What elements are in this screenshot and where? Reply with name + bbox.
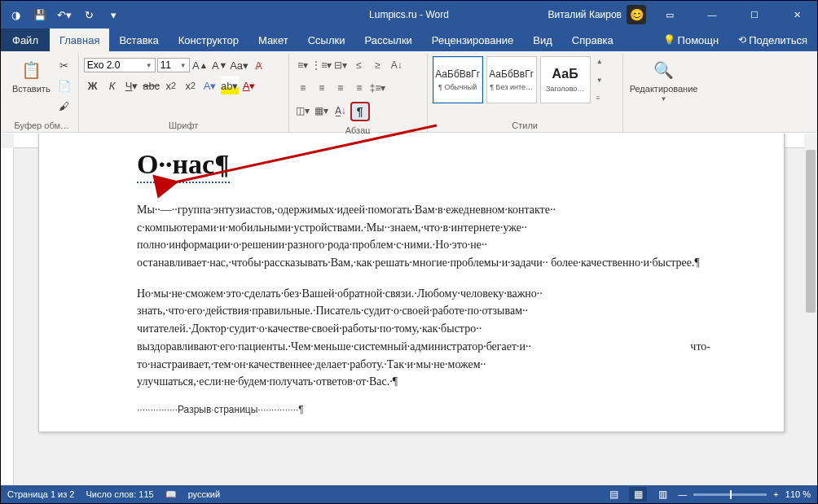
style-preview: АаБ bbox=[552, 67, 578, 81]
borders-icon[interactable]: ▦▾ bbox=[313, 102, 331, 120]
zoom-slider[interactable] bbox=[693, 493, 767, 496]
font-color-icon[interactable]: A▾ bbox=[240, 77, 258, 94]
justify-icon[interactable]: ≡ bbox=[350, 79, 368, 97]
view-read-icon[interactable]: ▤ bbox=[605, 487, 622, 502]
font-name-select[interactable]: Exo 2.0▼ bbox=[84, 58, 156, 72]
sort2-icon[interactable]: A̲↓ bbox=[332, 102, 350, 120]
maximize-icon[interactable]: ☐ bbox=[736, 1, 773, 28]
status-lang[interactable]: русский bbox=[188, 489, 220, 499]
save-icon[interactable]: 💾 bbox=[29, 3, 51, 26]
tab-view[interactable]: Вид bbox=[523, 28, 562, 51]
zoom-value[interactable]: 110 % bbox=[785, 489, 811, 499]
text-effects-icon[interactable]: A▾ bbox=[201, 77, 219, 94]
ribbon-options-icon[interactable]: ▭ bbox=[651, 1, 688, 28]
styles-up-icon[interactable]: ▲ bbox=[594, 58, 605, 65]
highlight-icon[interactable]: ab▾ bbox=[221, 77, 239, 94]
zoom-out-icon[interactable]: — bbox=[678, 489, 687, 499]
page[interactable]: О··нас¶ Мы··—··группа·энтузиастов,·одерж… bbox=[38, 134, 785, 432]
styles-down-icon[interactable]: ▼ bbox=[594, 77, 605, 84]
copy-icon[interactable]: 📄 bbox=[55, 77, 73, 94]
status-words[interactable]: Число слов: 115 bbox=[86, 489, 153, 499]
multilevel-icon[interactable]: ⊟▾ bbox=[332, 56, 350, 74]
window-title: Lumpics.ru - Word bbox=[369, 9, 449, 20]
tab-layout[interactable]: Макет bbox=[248, 28, 298, 51]
style-normal[interactable]: АаБбВвГг ¶ Обычный bbox=[433, 56, 483, 103]
bullets-icon[interactable]: ≡▾ bbox=[294, 56, 312, 74]
change-case-icon[interactable]: Aa▾ bbox=[231, 56, 248, 74]
view-web-icon[interactable]: ▥ bbox=[653, 487, 671, 502]
format-painter-icon[interactable]: 🖌 bbox=[55, 97, 73, 115]
tab-home[interactable]: Главная bbox=[50, 28, 109, 51]
scroll-thumb[interactable] bbox=[806, 150, 816, 313]
doc-heading[interactable]: О··нас¶ bbox=[137, 149, 230, 183]
numbering-icon[interactable]: ⋮≡▾ bbox=[313, 56, 331, 74]
group-editing: 🔍 Редактирование ▼ bbox=[623, 54, 705, 132]
doc-paragraph[interactable]: Мы··—··группа·энтузиастов,·одержимых·иде… bbox=[137, 201, 710, 272]
line-spacing-icon[interactable]: ‡≡▾ bbox=[369, 79, 387, 97]
tab-insert[interactable]: Вставка bbox=[109, 28, 168, 51]
close-icon[interactable]: ✕ bbox=[778, 1, 816, 28]
grow-font-icon[interactable]: A▲ bbox=[191, 56, 209, 74]
view-print-icon[interactable]: ▦ bbox=[629, 487, 647, 502]
tab-mail[interactable]: Рассылки bbox=[354, 28, 421, 51]
italic-icon[interactable]: К bbox=[103, 77, 121, 94]
ribbon: 📋 Вставить ✂ 📄 🖌 Буфер обм… Exo 2.0▼ 11▼… bbox=[1, 51, 817, 133]
shading-icon[interactable]: ◫▾ bbox=[294, 102, 312, 120]
editing-group-label bbox=[628, 119, 700, 132]
tab-refs[interactable]: Ссылки bbox=[298, 28, 355, 51]
group-styles: АаБбВвГг ¶ Обычный АаБбВвГг ¶ Без инте… … bbox=[428, 54, 623, 132]
minimize-icon[interactable]: — bbox=[693, 1, 731, 28]
user-name[interactable]: Виталий Каиров bbox=[548, 9, 622, 20]
paste-button[interactable]: 📋 Вставить bbox=[11, 56, 52, 95]
font-name-value: Exo 2.0 bbox=[87, 59, 121, 71]
sort-icon[interactable]: A↓ bbox=[388, 56, 406, 74]
doc-paragraph[interactable]: Но·мы·не·сможем·это·сделать·без·Вашей·об… bbox=[137, 285, 710, 391]
font-size-select[interactable]: 11▼ bbox=[157, 58, 190, 72]
style-nospace[interactable]: АаБбВвГг ¶ Без инте… bbox=[486, 56, 537, 103]
style-normal-label: ¶ Обычный bbox=[438, 83, 477, 91]
shrink-font-icon[interactable]: A▼ bbox=[211, 56, 229, 74]
editing-button[interactable]: 🔍 Редактирование ▼ bbox=[628, 56, 700, 104]
spellcheck-icon[interactable]: 📖 bbox=[165, 489, 177, 500]
qat-more-icon[interactable]: ▾ bbox=[102, 3, 125, 26]
indent-dec-icon[interactable]: ≤ bbox=[350, 56, 368, 74]
align-center-icon[interactable]: ≡ bbox=[313, 79, 331, 97]
group-paragraph: ≡▾ ⋮≡▾ ⊟▾ ≤ ≥ A↓ ≡ ≡ ≡ ≡ ‡≡▾ ◫▾ ▦▾ A̲↓ ¶… bbox=[289, 54, 428, 132]
tab-assist[interactable]: 💡Помощн bbox=[653, 34, 729, 46]
tab-share[interactable]: ⟲Поделиться bbox=[728, 34, 817, 46]
underline-icon[interactable]: Ч▾ bbox=[123, 77, 141, 94]
indent-inc-icon[interactable]: ≥ bbox=[369, 56, 387, 74]
style-heading1[interactable]: АаБ Заголово… bbox=[540, 56, 591, 103]
status-page[interactable]: Страница 1 из 2 bbox=[7, 489, 74, 499]
avatar[interactable]: 😊 bbox=[627, 5, 646, 24]
align-right-icon[interactable]: ≡ bbox=[332, 79, 350, 97]
superscript-icon[interactable]: x2 bbox=[182, 77, 200, 94]
share-icon: ⟲ bbox=[738, 34, 746, 46]
tab-file[interactable]: Файл bbox=[1, 28, 50, 51]
style-h1-label: Заголово… bbox=[546, 85, 584, 93]
autosave-icon[interactable]: ◑ bbox=[4, 3, 27, 26]
strike-icon[interactable]: abc bbox=[143, 77, 161, 94]
style-preview: АаБбВвГг bbox=[435, 68, 480, 80]
tab-review[interactable]: Рецензирование bbox=[422, 28, 523, 51]
clear-format-icon[interactable]: A̷ bbox=[250, 56, 268, 74]
share-label: Поделиться bbox=[749, 34, 807, 46]
align-left-icon[interactable]: ≡ bbox=[294, 79, 312, 97]
zoom-in-icon[interactable]: + bbox=[773, 489, 778, 499]
font-size-value: 11 bbox=[161, 59, 171, 71]
bold-icon[interactable]: Ж bbox=[84, 77, 102, 94]
redo-icon[interactable]: ↻ bbox=[77, 3, 100, 26]
style-nospace-label: ¶ Без инте… bbox=[490, 83, 533, 91]
styles-label: Стили bbox=[433, 119, 618, 132]
show-hide-pilcrow-icon[interactable]: ¶ bbox=[350, 102, 370, 121]
styles-more-icon[interactable]: ≡ bbox=[594, 94, 605, 102]
undo-icon[interactable]: ↶▾ bbox=[53, 3, 76, 26]
titlebar: ◑ 💾 ↶▾ ↻ ▾ Lumpics.ru - Word Виталий Каи… bbox=[1, 1, 817, 28]
scrollbar-vertical[interactable] bbox=[804, 134, 817, 485]
tab-design[interactable]: Конструктор bbox=[169, 28, 248, 51]
tab-help[interactable]: Справка bbox=[562, 28, 623, 51]
ruler-vertical[interactable] bbox=[1, 148, 14, 485]
document-area: О··нас¶ Мы··—··группа·энтузиастов,·одерж… bbox=[1, 134, 817, 485]
subscript-icon[interactable]: x2 bbox=[162, 77, 180, 94]
cut-icon[interactable]: ✂ bbox=[55, 56, 73, 74]
